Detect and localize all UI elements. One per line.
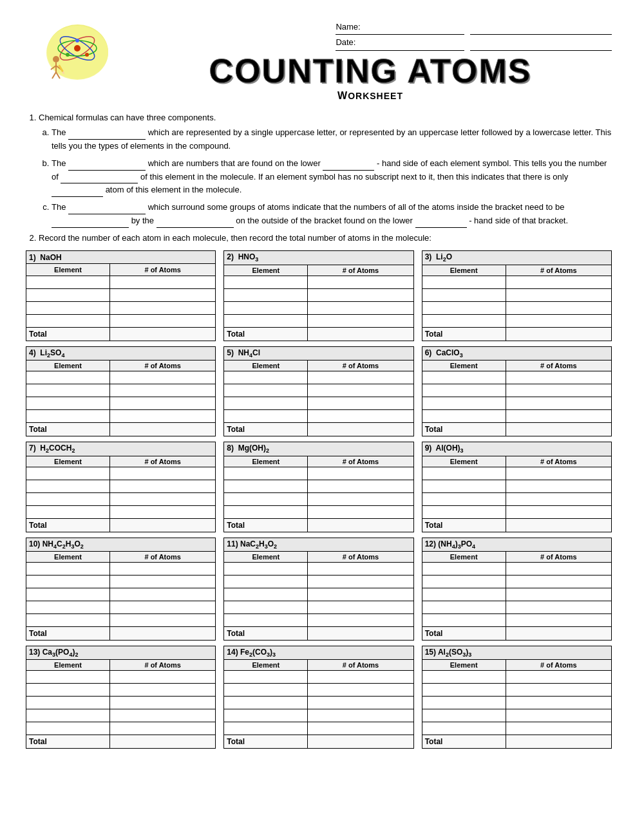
- table-row: [422, 562, 611, 575]
- table-10: 10) NH4C2H3O2 Element# of Atoms Total: [26, 538, 216, 641]
- name-date-area: Name: Date:: [332, 19, 612, 51]
- table-row: [422, 601, 611, 613]
- mol-title-9: 9) Al(OH)3: [422, 442, 611, 456]
- table-row: [422, 288, 611, 301]
- total-row-2: Total: [224, 327, 413, 341]
- table-row: [422, 384, 611, 397]
- title-area: Name: Date: COUNTING ATOMS WORKSHEET: [129, 19, 612, 102]
- table-row: [224, 314, 413, 327]
- total-row-9: Total: [422, 518, 611, 532]
- tables-row-2: 4) Li2SO4 Element# of Atoms Total 5) NH4…: [26, 346, 612, 436]
- name-blank: [470, 19, 612, 35]
- col-element-7: Element: [26, 456, 110, 467]
- total-row-7: Total: [26, 518, 216, 532]
- col-element-11: Element: [224, 551, 308, 562]
- col-atoms-6: # of Atoms: [506, 360, 611, 371]
- table-13: 13) Ca3(PO4)2 Element# of Atoms Total: [26, 646, 216, 749]
- blank-c2: [52, 219, 129, 228]
- subtitle: WORKSHEET: [337, 90, 403, 102]
- table-row: [224, 722, 413, 735]
- col-element-4: Element: [26, 360, 110, 371]
- table-1: 1) NaOH Element# of Atoms Total: [26, 250, 216, 341]
- blank-b4: [52, 188, 103, 197]
- svg-point-5: [75, 39, 79, 42]
- table-row: [224, 397, 413, 410]
- total-row-8: Total: [224, 518, 413, 532]
- table-row: [224, 301, 413, 314]
- table-row: [422, 301, 611, 314]
- table-row: [422, 613, 611, 626]
- text-c2: by the: [131, 216, 156, 225]
- col-atoms-11: # of Atoms: [308, 551, 413, 562]
- table-4: 4) Li2SO4 Element# of Atoms Total: [26, 346, 216, 436]
- col-atoms-4: # of Atoms: [110, 360, 216, 371]
- instruction-2-text: Record the number of each atom in each m…: [39, 233, 431, 243]
- text-c1: which surround some groups of atoms indi…: [148, 202, 565, 212]
- subtitle-text: WORKSHEET: [337, 90, 403, 101]
- mol-title-12: 12) (NH4)3PO4: [422, 538, 611, 551]
- table-row: [422, 314, 611, 327]
- col-atoms-12: # of Atoms: [506, 551, 611, 562]
- col-element-5: Element: [224, 360, 308, 371]
- col-element-10: Element: [26, 551, 110, 562]
- blank-b1: [68, 162, 146, 171]
- table-row: [224, 562, 413, 575]
- blank-b2: [323, 162, 374, 171]
- mol-title-8: 8) Mg(OH)2: [224, 442, 413, 456]
- table-row: [26, 384, 216, 397]
- table-7: 7) H2COCH2 Element# of Atoms Total: [26, 442, 216, 532]
- the-a: The: [52, 127, 66, 137]
- blank-c3: [156, 219, 234, 228]
- instruction-b: The which are numbers that are found on …: [52, 157, 612, 197]
- table-row: [26, 722, 216, 735]
- table-row: [422, 397, 611, 410]
- text-b1: which are numbers that are found on the …: [148, 158, 323, 168]
- total-row-6: Total: [422, 423, 611, 436]
- col-element-9: Element: [422, 456, 506, 467]
- mol-title-7: 7) H2COCH2: [26, 442, 216, 456]
- table-row: [224, 613, 413, 626]
- text-b3: of this element in the molecule. If an e…: [140, 172, 568, 182]
- table-row: [224, 709, 413, 722]
- table-row: [422, 505, 611, 518]
- table-row: [26, 397, 216, 410]
- col-element-8: Element: [224, 456, 308, 467]
- instruction-1-text: Chemical formulas can have three compone…: [39, 113, 216, 122]
- table-row: [422, 588, 611, 601]
- main-list: Chemical formulas can have three compone…: [26, 111, 612, 245]
- col-atoms-9: # of Atoms: [506, 456, 611, 467]
- table-row: [26, 613, 216, 626]
- tables-row-3: 7) H2COCH2 Element# of Atoms Total 8) Mg…: [26, 442, 612, 532]
- table-11: 11) NaC2H3O2 Element# of Atoms Total: [223, 538, 413, 641]
- table-3: 3) Li2O Element# of Atoms Total: [422, 250, 612, 341]
- tables-grid: 1) NaOH Element# of Atoms Total 2) HNO3 …: [26, 250, 612, 749]
- table-15: 15) Al2(SO3)3 Element# of Atoms Total: [422, 646, 612, 749]
- total-row-14: Total: [224, 735, 413, 749]
- blank-b3: [61, 174, 138, 183]
- table-row: [26, 276, 216, 288]
- table-row: [224, 410, 413, 423]
- table-row: [26, 588, 216, 601]
- table-row: [422, 697, 611, 709]
- tables-row-4: 10) NH4C2H3O2 Element# of Atoms Total 11…: [26, 538, 612, 641]
- header: Name: Date: COUNTING ATOMS WORKSHEET: [26, 19, 612, 102]
- table-row: [422, 575, 611, 588]
- col-atoms-8: # of Atoms: [308, 456, 413, 467]
- table-row: [26, 492, 216, 505]
- table-row: [224, 671, 413, 684]
- total-row-3: Total: [422, 327, 611, 341]
- instruction-1: Chemical formulas can have three compone…: [39, 111, 612, 228]
- mol-title-2: 2) HNO3: [224, 251, 413, 265]
- mol-title-13: 13) Ca3(PO4)2: [26, 646, 216, 659]
- atom-icon: [35, 19, 119, 84]
- total-row-10: Total: [26, 626, 216, 640]
- col-element-3: Element: [422, 265, 506, 276]
- mol-title-4: 4) Li2SO4: [26, 346, 216, 360]
- table-row: [26, 301, 216, 314]
- total-row-12: Total: [422, 626, 611, 640]
- col-atoms-3: # of Atoms: [506, 265, 611, 276]
- total-row-15: Total: [422, 735, 611, 749]
- col-element-12: Element: [422, 551, 506, 562]
- total-row-11: Total: [224, 626, 413, 640]
- blank-a1: [68, 131, 146, 140]
